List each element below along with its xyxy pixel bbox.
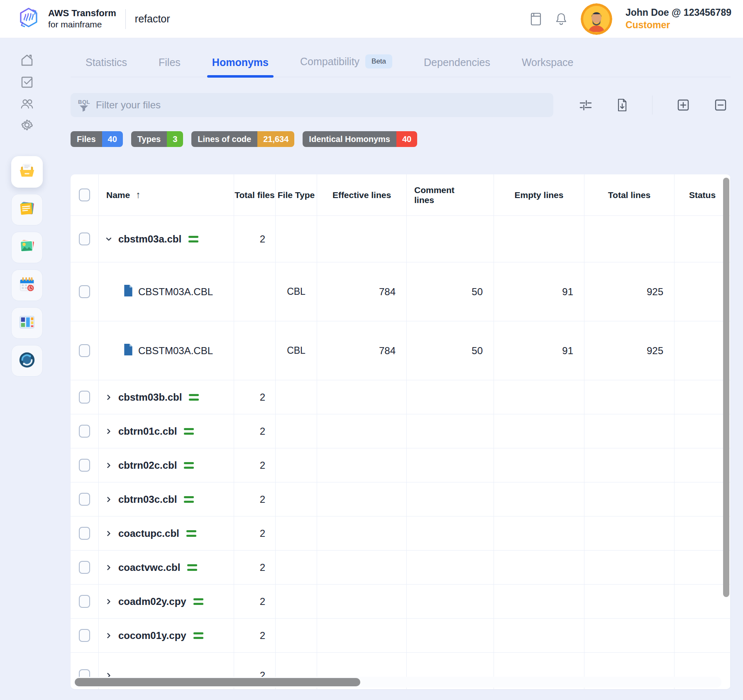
total-lines-cell: 925: [584, 321, 675, 380]
homonym-group-row[interactable]: cbstm03b.cbl2: [71, 380, 731, 414]
status-cell: [675, 262, 731, 321]
empty-lines-value: 91: [562, 345, 573, 357]
vertical-scrollbar[interactable]: [723, 178, 729, 597]
chevron-right-icon[interactable]: [105, 597, 113, 606]
homonym-group-row[interactable]: cbstm03a.cbl2: [71, 216, 731, 262]
chevron-right-icon[interactable]: [105, 529, 113, 538]
homonym-group-row[interactable]: coactvwc.cbl2: [71, 551, 731, 585]
tab-workspace[interactable]: Workspace: [522, 56, 574, 77]
column-label: Total files: [235, 190, 274, 200]
tasks-check-icon[interactable]: [20, 75, 34, 89]
tab-statistics[interactable]: Statistics: [86, 56, 127, 77]
chevron-right-icon[interactable]: [105, 495, 113, 504]
tab-files[interactable]: Files: [159, 56, 181, 77]
collapse-all-icon[interactable]: [714, 98, 727, 112]
chevron-right-icon[interactable]: [105, 631, 113, 640]
row-checkbox[interactable]: [79, 425, 90, 438]
chevron-down-icon[interactable]: [105, 235, 113, 243]
bql-filter-icon: BQL: [78, 99, 90, 112]
column-label: Total lines: [608, 190, 650, 200]
effective-lines-cell: [317, 380, 407, 414]
file-row[interactable]: CBSTM03A.CBLCBL7845091925: [71, 321, 731, 380]
effective-lines-cell: [317, 414, 407, 448]
sidebar-app-notes[interactable]: [11, 194, 43, 225]
tab-bar: StatisticsFilesHomonymsCompatibilityBeta…: [71, 38, 731, 77]
checkbox-cell: [71, 321, 99, 380]
filter-files-input[interactable]: [96, 99, 546, 111]
tab-homonyms[interactable]: Homonyms: [212, 56, 269, 77]
expand-all-icon[interactable]: [677, 98, 690, 112]
file-name: CBSTM03A.CBL: [138, 345, 213, 357]
checkbox-cell: [71, 482, 99, 516]
calendar-clock-icon: [17, 275, 37, 296]
total-lines-value: 925: [647, 286, 663, 298]
row-checkbox[interactable]: [79, 391, 90, 404]
comment-lines-cell: [407, 585, 494, 618]
file-row[interactable]: CBSTM03A.CBLCBL7845091925: [71, 262, 731, 321]
sidebar-app-collage[interactable]: [11, 307, 43, 339]
journal-icon[interactable]: [530, 12, 542, 26]
row-checkbox[interactable]: [79, 285, 90, 298]
empty-lines-cell: [494, 414, 584, 448]
file-name: coadm02y.cpy: [118, 596, 186, 607]
empty-lines-cell: [494, 619, 584, 652]
homonym-group-row[interactable]: cbtrn03c.cbl2: [71, 482, 731, 516]
row-checkbox[interactable]: [79, 233, 90, 245]
sidebar-app-files-folder[interactable]: [11, 156, 43, 188]
name-cell: coactvwc.cbl: [99, 551, 234, 584]
homonym-group-row[interactable]: cocom01y.cpy2: [71, 619, 731, 653]
total-files-cell: 2: [234, 619, 276, 652]
sidebar-app-calendar[interactable]: [11, 269, 43, 301]
total-files-value: 2: [260, 233, 265, 245]
homonym-group-row[interactable]: cbtrn02c.cbl2: [71, 448, 731, 482]
row-checkbox[interactable]: [79, 344, 90, 357]
row-checkbox[interactable]: [79, 527, 90, 540]
empty-lines-cell: [494, 551, 584, 584]
row-checkbox[interactable]: [79, 595, 90, 608]
column-header-name[interactable]: Name↑: [99, 174, 234, 215]
total-files-value: 2: [260, 630, 265, 641]
chip-value: 3: [167, 131, 183, 147]
total-files-value: 2: [260, 460, 265, 471]
effective-lines-cell: [317, 619, 407, 652]
name-cell: coactupc.cbl: [99, 516, 234, 550]
sidebar-app-sync[interactable]: [11, 345, 43, 377]
chevron-right-icon[interactable]: [105, 461, 113, 470]
name-cell: cbtrn01c.cbl: [99, 414, 234, 448]
status-cell: [675, 551, 731, 584]
total-files-cell: 2: [234, 448, 276, 482]
row-checkbox[interactable]: [79, 188, 90, 201]
row-checkbox[interactable]: [79, 459, 90, 472]
empty-lines-cell: [494, 585, 584, 618]
column-header-total-lines: Total lines: [584, 174, 675, 215]
row-checkbox[interactable]: [79, 561, 90, 574]
notifications-bell-icon[interactable]: [555, 12, 567, 26]
settings-gear-icon[interactable]: [20, 118, 34, 132]
collage-grid-icon: [17, 313, 37, 333]
chevron-right-icon[interactable]: [105, 427, 113, 436]
tab-dependencies[interactable]: Dependencies: [424, 56, 490, 77]
total-files-cell: 2: [234, 585, 276, 618]
homonym-group-row[interactable]: cbtrn01c.cbl2: [71, 414, 731, 448]
filter-settings-sliders-icon[interactable]: [579, 99, 592, 111]
sticky-notes-icon: [17, 199, 37, 220]
status-cell: [675, 448, 731, 482]
stat-chip-identical-homonyms: Identical Homonyms40: [303, 131, 417, 147]
comment-lines-cell: [407, 380, 494, 414]
chevron-right-icon[interactable]: [105, 393, 113, 401]
row-checkbox[interactable]: [79, 629, 90, 642]
users-icon[interactable]: [20, 96, 34, 110]
sidebar-app-images[interactable]: [11, 232, 43, 263]
homonym-group-row[interactable]: coactupc.cbl2: [71, 516, 731, 551]
home-icon[interactable]: [20, 53, 34, 67]
export-file-download-icon[interactable]: [616, 98, 628, 112]
checkbox-cell: [71, 380, 99, 414]
chevron-right-icon[interactable]: [105, 563, 113, 572]
horizontal-scrollbar[interactable]: [75, 678, 360, 686]
tab-compatibility[interactable]: CompatibilityBeta: [300, 54, 392, 77]
homonym-group-row[interactable]: coadm02y.cpy2: [71, 585, 731, 619]
total-files-cell: 2: [234, 216, 276, 262]
user-avatar[interactable]: [581, 3, 612, 35]
row-checkbox[interactable]: [79, 493, 90, 506]
filter-bar[interactable]: BQL: [71, 93, 553, 117]
